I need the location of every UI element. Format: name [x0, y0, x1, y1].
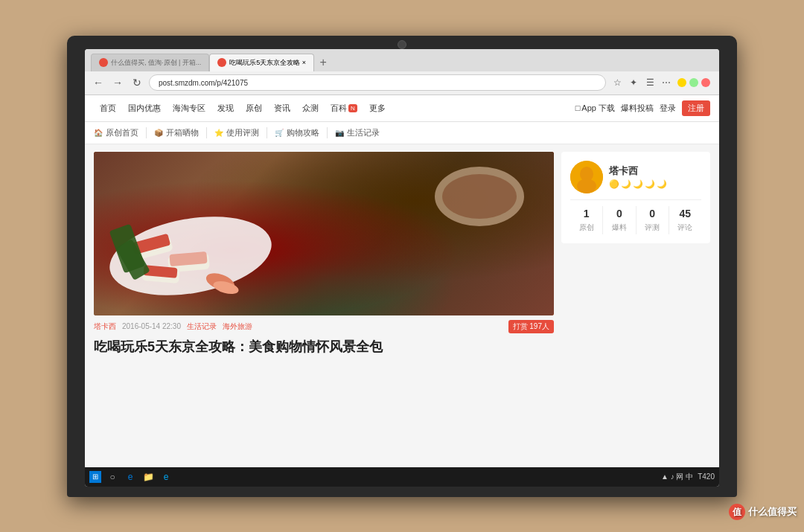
breadcrumb-life[interactable]: 📷 生活记录 — [328, 127, 387, 138]
explorer-icon[interactable]: 📁 — [141, 470, 155, 484]
user-name: 塔卡西 — [609, 164, 667, 178]
tab-bar: 什么值得买, 值淘·原创 | 开箱... 吃喝玩乐5天东京全攻略 × + — [85, 49, 719, 71]
laptop-shell: 什么值得买, 值淘·原创 | 开箱... 吃喝玩乐5天东京全攻略 × + ← →… — [67, 36, 737, 497]
nav-item-discover[interactable]: 发现 — [211, 95, 240, 121]
stat-comment: 45 评论 — [669, 206, 701, 234]
breadcrumb-unbox[interactable]: 📦 开箱晒物 — [147, 127, 207, 138]
nav-item-original[interactable]: 原创 — [240, 95, 268, 121]
reload-button[interactable]: ↻ — [130, 75, 144, 90]
user-name-area: 塔卡西 🟡 🌙 🌙 🌙 🌙 — [609, 164, 667, 189]
article-cat2[interactable]: 海外旅游 — [223, 321, 252, 332]
screen-bezel: 什么值得买, 值淘·原创 | 开箱... 吃喝玩乐5天东京全攻略 × + ← →… — [85, 49, 719, 487]
tab-inactive[interactable]: 什么值得买, 值淘·原创 | 开箱... — [91, 54, 209, 71]
stat-review: 0 评测 — [636, 206, 669, 234]
nav-item-domestic[interactable]: 国内优惠 — [122, 95, 167, 121]
start-button[interactable]: ⊞ — [89, 471, 101, 483]
breadcrumb-home[interactable]: 🏠 原创首页 — [94, 127, 147, 138]
tab-active[interactable]: 吃喝玩乐5天东京全攻略 × — [209, 54, 314, 71]
menu-icon[interactable]: ☰ — [643, 76, 657, 89]
more-button[interactable]: ⋯ — [660, 76, 673, 89]
user-stats: 1 原创 0 爆料 0 评测 — [570, 199, 701, 234]
edge-icon[interactable]: e — [124, 470, 137, 484]
nav-item-overseas[interactable]: 海淘专区 — [167, 95, 211, 121]
article-meta: 塔卡西 2016-05-14 22:30 生活记录 海外旅游 打赏 197人 — [94, 320, 554, 333]
stat-original: 1 原创 — [570, 206, 603, 234]
article-hero-image — [94, 152, 554, 315]
article-cat1[interactable]: 生活记录 — [187, 321, 217, 332]
watermark: 值 什么值得买 — [729, 504, 797, 520]
badge-moon-3-icon: 🌙 — [645, 179, 655, 189]
browser-window: 什么值得买, 值淘·原创 | 开箱... 吃喝玩乐5天东京全攻略 × + ← →… — [85, 49, 719, 487]
new-tab-button[interactable]: + — [314, 54, 332, 71]
article-area: 塔卡西 2016-05-14 22:30 生活记录 海外旅游 打赏 197人 吃… — [94, 152, 554, 460]
nav-item-baike[interactable]: 百科N — [325, 95, 363, 121]
minimize-button[interactable]: _ — [677, 78, 686, 87]
url-input[interactable] — [149, 74, 606, 91]
avatar — [570, 161, 603, 193]
url-bar-area: ← → ↻ ☆ ✦ ☰ ⋯ _ □ × — [85, 71, 719, 95]
nav-login[interactable]: 登录 — [660, 103, 676, 114]
close-button[interactable]: × — [701, 78, 710, 87]
badge-verified-icon: 🟡 — [609, 179, 619, 189]
back-button[interactable]: ← — [91, 75, 106, 90]
maximize-button[interactable]: □ — [689, 78, 698, 87]
article-date: 2016-05-14 22:30 — [122, 322, 181, 330]
taskbar-sys-icons: ▲ ♪ 网 中 — [661, 472, 693, 482]
nav-item-more[interactable]: 更多 — [363, 95, 392, 121]
nav-item-home[interactable]: 首页 — [94, 95, 122, 121]
article-title: 吃喝玩乐5天东京全攻略：美食购物情怀风景全包 — [94, 338, 554, 356]
watermark-logo: 值 — [729, 504, 745, 520]
badge-moon-4-icon: 🌙 — [657, 179, 667, 189]
forward-button[interactable]: → — [110, 75, 125, 90]
user-avatar-row: 塔卡西 🟡 🌙 🌙 🌙 🌙 — [570, 161, 701, 193]
breadcrumb-review[interactable]: ⭐ 使用评测 — [207, 127, 267, 138]
nav-register[interactable]: 注册 — [682, 100, 710, 116]
ie-icon[interactable]: e — [159, 470, 173, 484]
bookmark-icon[interactable]: ☆ — [610, 76, 624, 89]
taskbar: ⊞ ○ e 📁 e ▲ ♪ 网 中 T420 — [85, 467, 719, 487]
reward-badge[interactable]: 打赏 197人 — [508, 320, 554, 333]
nav-right: □ App 下载 爆料投稿 登录 注册 — [575, 100, 710, 116]
stat-report: 0 爆料 — [603, 206, 636, 234]
watermark-text: 什么值得买 — [748, 505, 797, 519]
nav-item-news[interactable]: 资讯 — [268, 95, 296, 121]
cortana-circle[interactable]: ○ — [106, 470, 119, 484]
taskbar-right: ▲ ♪ 网 中 T420 — [661, 472, 715, 482]
sidebar: 塔卡西 🟡 🌙 🌙 🌙 🌙 — [561, 152, 710, 460]
breadcrumb-nav: 🏠 原创首页 📦 开箱晒物 ⭐ 使用评测 🛒 购物攻略 📷 生活记录 — [85, 122, 719, 144]
user-card: 塔卡西 🟡 🌙 🌙 🌙 🌙 — [561, 152, 710, 243]
laptop-model-label: T420 — [698, 472, 715, 481]
article-author[interactable]: 塔卡西 — [94, 321, 116, 332]
star-icon[interactable]: ✦ — [627, 76, 640, 89]
main-nav: 首页 国内优惠 海淘专区 发现 原创 资讯 众测 百科N 更多 □ App 下载… — [85, 95, 719, 122]
nav-app-download[interactable]: □ App 下载 — [575, 103, 615, 114]
user-badges: 🟡 🌙 🌙 🌙 🌙 — [609, 179, 667, 189]
badge-moon-1-icon: 🌙 — [621, 179, 631, 189]
page-content: 塔卡西 2016-05-14 22:30 生活记录 海外旅游 打赏 197人 吃… — [85, 144, 719, 467]
nav-item-group[interactable]: 众测 — [296, 95, 325, 121]
nav-report[interactable]: 爆料投稿 — [621, 103, 654, 114]
breadcrumb-shopping[interactable]: 🛒 购物攻略 — [267, 127, 328, 138]
svg-point-2 — [577, 179, 596, 193]
badge-moon-2-icon: 🌙 — [633, 179, 643, 189]
